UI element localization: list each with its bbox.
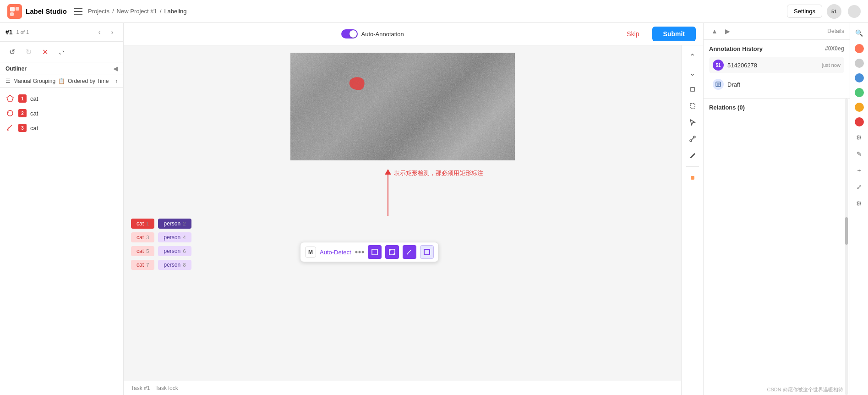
history-item-1[interactable]: 51 514206278 just now: [709, 57, 844, 73]
person-label-8[interactable]: person 8: [158, 260, 191, 270]
svg-point-10: [355, 251, 357, 253]
next-task-button[interactable]: ›: [107, 27, 118, 38]
skip-button[interactable]: Skip: [621, 27, 644, 40]
manual-grouping-button[interactable]: Manual Grouping: [13, 78, 55, 84]
task-id: #1: [5, 28, 13, 36]
scroll-thumb[interactable]: [845, 217, 848, 245]
svg-rect-9: [290, 53, 515, 160]
svg-point-11: [358, 251, 360, 253]
task-footer: Task #1 Task lock: [124, 381, 681, 395]
label-row-1: cat 1 person 2: [131, 219, 674, 229]
active-rect-button[interactable]: [420, 245, 434, 259]
breadcrumb-sep2: /: [160, 8, 162, 15]
magnify-button[interactable]: 🔍: [853, 27, 866, 39]
svg-rect-17: [690, 104, 695, 108]
relations-title: Relations (0): [709, 104, 745, 111]
history-avatar-1: 51: [713, 60, 724, 71]
bottom-settings-button[interactable]: ⚙: [853, 197, 866, 210]
header-right: Settings 51: [787, 4, 861, 19]
arrow-head-up: [385, 169, 391, 175]
auto-detect-label[interactable]: Auto-Detect: [320, 249, 351, 256]
submit-button[interactable]: Submit: [652, 27, 696, 41]
svg-point-8: [7, 129, 9, 131]
add-button[interactable]: +: [853, 164, 866, 177]
annotation-item[interactable]: 1 cat: [0, 91, 123, 106]
pointer-tool-button[interactable]: [685, 115, 700, 130]
annotation-item[interactable]: 3 cat: [0, 121, 123, 135]
move-tool-button[interactable]: [685, 82, 700, 97]
zoom-down-button[interactable]: ⌄: [685, 66, 700, 80]
orange-circle-icon: [855, 44, 864, 53]
sort-icon[interactable]: ↑: [115, 78, 118, 84]
outliner-title: Outliner: [5, 66, 27, 72]
scroll-bar[interactable]: [845, 99, 848, 395]
labeling-image[interactable]: [290, 53, 515, 160]
image-noise: [290, 53, 515, 160]
image-canvas: [290, 53, 515, 160]
yellow-circle-icon: [855, 103, 864, 112]
svg-point-6: [7, 110, 13, 116]
person-label-2[interactable]: person 2: [158, 219, 191, 229]
annotation-pointer: [385, 169, 391, 216]
svg-rect-2: [16, 7, 19, 11]
task-lock-label: Task lock: [155, 385, 178, 391]
annotation-text-container: 表示矩形检测，那必须用矩形标注: [394, 169, 483, 177]
cat-label-7[interactable]: cat 7: [131, 260, 154, 270]
redo-button[interactable]: ↻: [22, 45, 35, 58]
breadcrumb-project-name[interactable]: New Project #1: [117, 8, 157, 15]
polygon2-icon: [5, 109, 15, 118]
brush-tool-button[interactable]: [403, 245, 416, 259]
person-label-6[interactable]: person 6: [158, 246, 191, 256]
person-label-4[interactable]: person 4: [158, 232, 191, 242]
svg-rect-0: [7, 4, 22, 19]
annotation-history-title: Annotation History: [709, 45, 763, 52]
prev-task-button[interactable]: ‹: [94, 27, 105, 38]
panel-prev-button[interactable]: ▲: [709, 26, 720, 37]
breadcrumb-projects[interactable]: Projects: [88, 8, 109, 15]
zoom-up-button[interactable]: ⌃: [685, 49, 700, 64]
annotation-history-section: Annotation History #0X0eg 51 514206278 j…: [704, 40, 850, 99]
cat-label-3[interactable]: cat 3: [131, 232, 154, 242]
connections-tool-button[interactable]: [685, 132, 700, 146]
csdn-footer: CSDN @愿你被这个世界温暖相待: [765, 384, 845, 395]
image-container: M Auto-Detect: [124, 45, 681, 395]
draft-item: Draft: [709, 76, 844, 93]
delete-button[interactable]: ✕: [38, 45, 51, 58]
resize-button[interactable]: ⤢: [853, 181, 866, 193]
profile-avatar[interactable]: [848, 5, 861, 18]
dots-icon: [355, 249, 364, 255]
edit-button[interactable]: ✎: [853, 148, 866, 160]
hamburger-menu[interactable]: [74, 8, 82, 15]
crop-tool-button[interactable]: [685, 99, 700, 113]
settings-gear-button[interactable]: ⚙: [853, 131, 866, 144]
settings-button[interactable]: Settings: [787, 5, 822, 18]
collapse-button[interactable]: ◀: [113, 65, 118, 72]
task-nav: #1 1 of 1 ‹ ›: [0, 23, 123, 42]
panel-nav: ▲ ▶ Details: [704, 23, 850, 40]
annotation-item[interactable]: 2 cat: [0, 106, 123, 121]
undo-button[interactable]: ↺: [5, 45, 18, 58]
task-footer-bar: Task #1 Task lock: [124, 381, 681, 395]
cat-label-1[interactable]: cat 1: [131, 219, 154, 229]
polygon-icon: [5, 94, 15, 103]
grouping-icon: ☰: [5, 78, 11, 84]
cat-label-5[interactable]: cat 5: [131, 246, 154, 256]
svg-rect-16: [691, 88, 694, 91]
scroll-track: [845, 99, 848, 395]
toggle-switch[interactable]: [341, 29, 358, 38]
brush-icon: [5, 123, 15, 132]
transform-tool-button[interactable]: [385, 245, 399, 259]
ordered-by-time-button[interactable]: Ordered by Time: [68, 78, 109, 84]
panel-nav-arrows: ▲ ▶: [709, 26, 733, 37]
auto-annotation-toggle[interactable]: Auto-Annotation: [341, 29, 404, 38]
grouping-row: ☰ Manual Grouping 📋 Ordered by Time ↑: [0, 75, 123, 88]
panel-next-button[interactable]: ▶: [722, 26, 733, 37]
rect-tool-button[interactable]: [368, 245, 382, 259]
pencil-tool-button[interactable]: [685, 148, 700, 163]
svg-rect-1: [10, 7, 15, 11]
color-picker-button[interactable]: [685, 170, 700, 185]
annotation-label-1: cat: [30, 95, 38, 102]
breadcrumb-sep1: /: [112, 8, 114, 15]
user-avatar[interactable]: 51: [827, 4, 841, 19]
transfer-button[interactable]: ⇌: [55, 45, 68, 58]
